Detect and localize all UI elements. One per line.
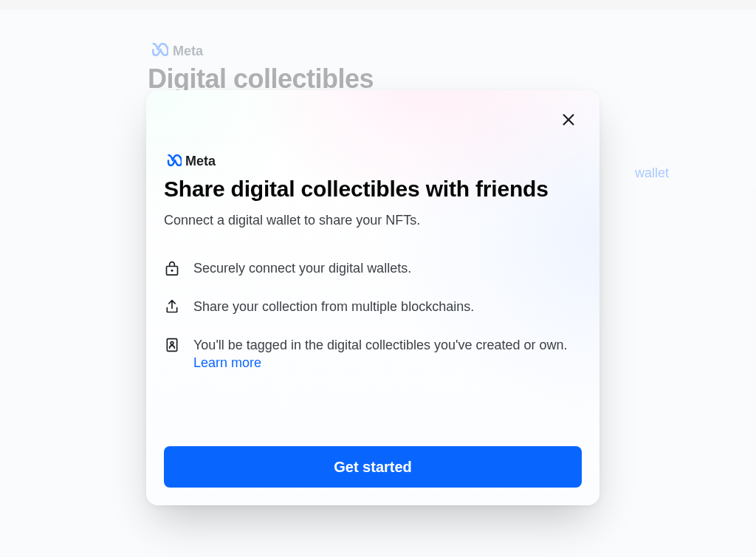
modal-body: Meta Share digital collectibles with fri… — [164, 154, 582, 488]
close-button[interactable] — [555, 108, 582, 134]
modal-title: Share digital collectibles with friends — [164, 177, 582, 202]
share-icon — [164, 298, 180, 315]
feature-text: Securely connect your digital wallets. — [193, 259, 582, 277]
lock-icon — [164, 260, 180, 276]
list-item: You'll be tagged in the digital collecti… — [164, 336, 582, 372]
svg-point-1 — [171, 269, 173, 271]
modal-meta-brand-label: Meta — [185, 154, 216, 169]
feature-text: Share your collection from multiple bloc… — [193, 298, 582, 315]
modal-meta-brand-row: Meta — [164, 154, 582, 169]
list-item: Securely connect your digital wallets. — [164, 259, 582, 277]
feature-text: You'll be tagged in the digital collecti… — [193, 336, 582, 372]
meta-logo-icon — [164, 154, 182, 169]
learn-more-link[interactable]: Learn more — [193, 355, 261, 370]
list-item: Share your collection from multiple bloc… — [164, 298, 582, 315]
tag-icon — [164, 337, 180, 353]
get-started-button[interactable]: Get started — [164, 446, 582, 488]
modal-subtitle: Connect a digital wallet to share your N… — [164, 213, 582, 228]
feature-list: Securely connect your digital wallets. S… — [164, 259, 582, 393]
window-top-strip — [0, 0, 756, 10]
close-icon — [560, 112, 577, 131]
page: Meta Digital collectibles wallet Meta Sh… — [0, 10, 756, 557]
share-collectibles-modal: Meta Share digital collectibles with fri… — [146, 90, 599, 505]
feature-text-main: You'll be tagged in the digital collecti… — [193, 338, 568, 352]
svg-point-3 — [171, 342, 173, 345]
